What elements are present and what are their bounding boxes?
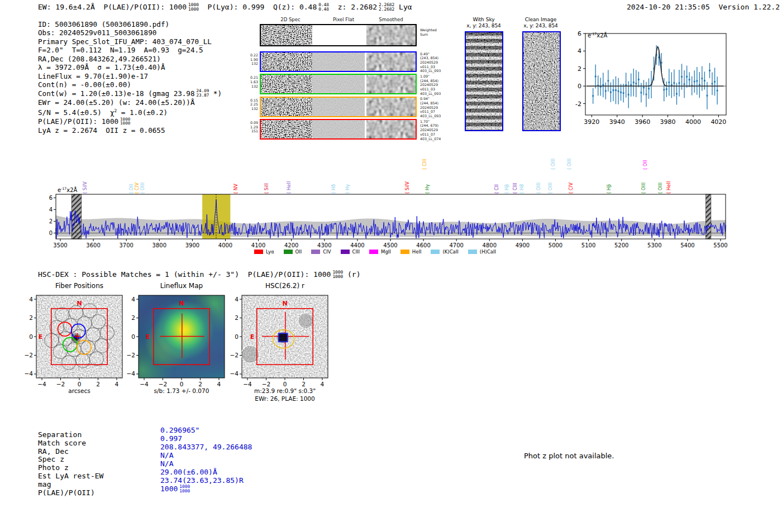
svg-text:5100: 5100 — [581, 242, 595, 248]
svg-text:4: 4 — [131, 296, 135, 303]
svg-text:−4: −4 — [127, 370, 136, 377]
stacked-fraction: 10001000 — [179, 485, 190, 493]
north-label: N — [179, 300, 184, 307]
match-table-value: N/A — [160, 452, 252, 460]
lineflux-map-title: Lineflux Map — [118, 282, 230, 292]
svg-text:2: 2 — [96, 381, 100, 387]
svg-text:0: 0 — [78, 381, 82, 387]
svg-text:6: 6 — [578, 30, 581, 37]
neighbor-source — [242, 346, 259, 363]
spec2d-row-right-labels: 1.09"(244, 854)20240529v011_03403_LL_093 — [420, 74, 441, 96]
report-datetime-version: 2024-10-20 21:35:05 Version 1.22.2 — [581, 3, 780, 11]
legend-item: CIII — [341, 249, 360, 255]
object-marker-square — [279, 333, 288, 342]
legend-item: (K)CaII — [431, 249, 458, 255]
hsc-cutout-plot: −4−2024−4−2024NE — [222, 292, 333, 387]
match-table-values: 0.296965"0.997208.843377, 49.266488N/AN/… — [160, 426, 252, 494]
clean-image — [522, 31, 561, 131]
svg-text:4000: 4000 — [685, 118, 701, 126]
fiber-positions-panel: Fiber Positions −4−2024−4−2024NE arcsecs — [16, 282, 128, 395]
emission-line-label: ( CIII — [422, 159, 427, 170]
east-label: E — [146, 333, 150, 341]
full-plot-unit-annotation: e-17x2Å — [58, 186, 77, 193]
match-table-value: 23.74(23.63,23.85)R — [160, 477, 252, 485]
svg-text:−2: −2 — [127, 352, 135, 358]
summary-header: EW: 19.6±4.2Å P(LAE)/P(OII): 10001000100… — [38, 3, 412, 12]
spec2d-row — [260, 119, 417, 140]
info-line: F=2.0" T=0.112 N=1.19 A=0.93 g=24.5 — [38, 46, 222, 54]
svg-text:3700: 3700 — [119, 242, 133, 248]
svg-text:4600: 4600 — [416, 242, 430, 248]
spec2d-row-left-labels: 0.091.29151 — [247, 121, 258, 133]
svg-text:4020: 4020 — [711, 118, 726, 126]
svg-text:5200: 5200 — [614, 242, 628, 248]
svg-text:0: 0 — [29, 333, 33, 340]
weighted-sum-label: WeightedSum — [420, 28, 437, 36]
svg-text:4800: 4800 — [483, 242, 497, 248]
fiber-positions-plot: −4−2024−4−2024NE — [16, 292, 128, 387]
legend-item: MgII — [369, 249, 391, 255]
match-table-label: Match score — [38, 439, 103, 448]
match-table-label: Est LyA rest-EW — [38, 472, 103, 481]
spec2d-row-left-labels: 0.152.25132 — [247, 98, 258, 111]
neighbor-source — [299, 314, 313, 328]
svg-text:6: 6 — [49, 195, 53, 201]
info-line: LyA z = 2.2674 OII z = 0.0655 — [38, 126, 222, 135]
spec2d-row-left-labels: 0.211.63132 — [247, 75, 258, 88]
svg-text:4: 4 — [29, 296, 33, 303]
lineflux-map-plot: −4−2024−4−2024NE — [118, 292, 230, 387]
info-line: ID: 5003061890 (5003061890.pdf) — [38, 20, 222, 28]
svg-text:5300: 5300 — [647, 242, 661, 248]
spec2d-header-pixelflat: Pixel Flat — [333, 17, 354, 22]
svg-text:4700: 4700 — [449, 242, 463, 248]
masked-region — [705, 194, 711, 239]
svg-text:3500: 3500 — [53, 242, 67, 248]
match-table-label: Spec z — [38, 456, 103, 464]
svg-text:−2: −2 — [262, 381, 270, 387]
svg-text:3960: 3960 — [635, 118, 650, 126]
svg-text:−4: −4 — [25, 370, 34, 377]
svg-text:2: 2 — [131, 314, 135, 321]
svg-text:4300: 4300 — [317, 242, 331, 248]
legend-swatch — [284, 250, 293, 254]
spec2d-row-right-labels: 1.70"(244, 679)20240529v011_07403_LL_074 — [420, 119, 441, 141]
svg-text:−2: −2 — [230, 352, 239, 358]
legend-item: CIV — [311, 249, 331, 255]
match-table-label: RA, Dec — [38, 448, 103, 456]
svg-text:4400: 4400 — [350, 242, 364, 248]
match-table-label: mag — [38, 481, 103, 489]
stacked-fraction: 10001000 — [120, 117, 130, 126]
zoom-plot-unit-annotation: e-17x2Å — [588, 32, 607, 39]
info-line: Obs: 20240529v011_5003061890 — [38, 28, 222, 37]
hsc-caption-2: EWr: 26, PLAE: 1000 — [222, 395, 333, 402]
svg-text:4500: 4500 — [383, 242, 397, 248]
svg-text:0: 0 — [578, 83, 581, 90]
svg-text:5000: 5000 — [549, 242, 562, 248]
info-line: RA,Dec (208.843262,49.266521) — [38, 55, 222, 63]
stacked-fraction: 2.26822.2682 — [379, 3, 394, 12]
elixer-report-page: EW: 19.6±4.2Å P(LAE)/P(OII): 10001000100… — [0, 0, 782, 532]
spec2d-row — [260, 51, 417, 72]
info-line: LineFlux = 9.70(±1.90)e-17 — [38, 72, 222, 80]
match-table-value: 100010001000 — [160, 485, 252, 494]
info-line: P(LAE)/P(OII): 100010001000 — [38, 117, 222, 126]
photz-note: Phot z plot not available. — [524, 452, 614, 460]
legend-swatch — [431, 250, 440, 254]
spec2d-row-right-labels: 0.49"(243, 854)20240529v011_03403_LL_093 — [420, 52, 441, 74]
hsc-caption-1: m:23.9 re:0.9" s:0.3" — [222, 387, 333, 395]
north-label: N — [77, 300, 82, 307]
legend-item: HeII — [400, 249, 422, 255]
legend-swatch — [311, 250, 320, 254]
emission-line-label: ( OIII — [551, 159, 556, 170]
svg-text:5500: 5500 — [713, 242, 727, 248]
svg-text:3600: 3600 — [86, 242, 100, 248]
svg-text:4900: 4900 — [516, 242, 530, 248]
report-version: Version 1.22.2 — [718, 3, 780, 11]
match-table-labels: SeparationMatch scoreRA, DecSpec zPhoto … — [38, 431, 103, 497]
emission-line-label: ( OII — [643, 160, 648, 170]
clean-image-title: Clean Image x, y: 243, 854 — [523, 17, 558, 29]
svg-text:0: 0 — [131, 333, 135, 340]
svg-text:4100: 4100 — [251, 242, 265, 248]
legend-swatch — [369, 250, 378, 254]
lineflux-map-panel: Lineflux Map −4−2024−4−2024NE s/b: 1.73 … — [118, 282, 230, 395]
